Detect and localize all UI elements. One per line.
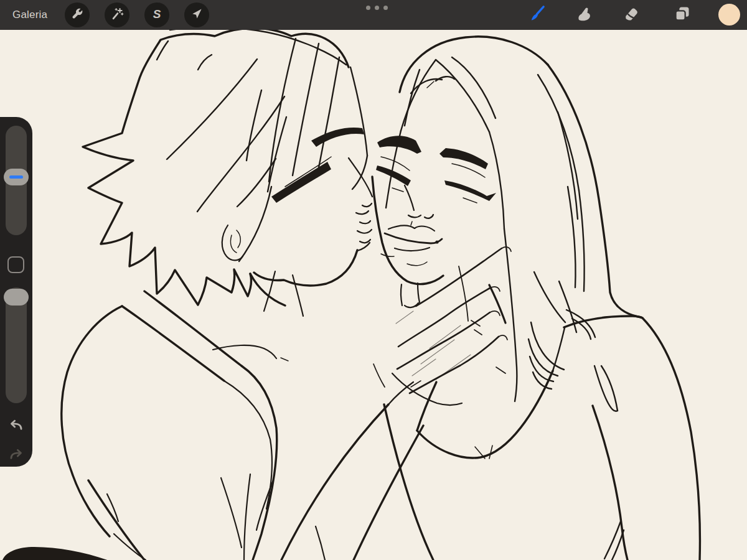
selection-button[interactable]: S — [144, 2, 169, 27]
selection-s-icon: S — [153, 7, 161, 21]
modify-button[interactable] — [7, 256, 24, 273]
canvas-menu-button[interactable] — [365, 4, 389, 11]
wrench-icon — [70, 7, 84, 23]
undo-arrow-icon — [7, 426, 25, 436]
brush-size-indicator — [9, 175, 23, 179]
color-swatch-circle[interactable] — [718, 4, 740, 26]
actions-button[interactable] — [65, 2, 90, 27]
redo-arrow-icon — [7, 455, 25, 465]
paintbrush-icon — [528, 5, 545, 25]
procreate-app: Galeria S — [0, 0, 747, 560]
paint-tool-button[interactable] — [528, 6, 545, 24]
magic-wand-icon — [110, 7, 124, 23]
brush-size-handle[interactable] — [4, 169, 29, 185]
layers-button[interactable] — [674, 6, 691, 24]
adjustments-button[interactable] — [105, 2, 129, 27]
redo-button[interactable] — [7, 446, 25, 464]
ellipsis-icon — [366, 6, 370, 10]
erase-tool-button[interactable] — [622, 6, 640, 24]
brush-sidebar — [0, 117, 32, 467]
gallery-button[interactable]: Galeria — [12, 0, 47, 30]
canvas-background — [0, 0, 747, 560]
smudge-finger-icon — [575, 5, 593, 25]
top-toolbar: Galeria S — [0, 0, 747, 30]
transform-arrow-icon — [190, 7, 204, 23]
undo-button[interactable] — [7, 417, 25, 434]
layers-icon — [674, 5, 691, 25]
transform-button[interactable] — [184, 2, 209, 27]
canvas-artwork[interactable] — [0, 0, 747, 560]
eraser-icon — [622, 5, 640, 25]
opacity-handle[interactable] — [4, 289, 29, 306]
smudge-tool-button[interactable] — [575, 6, 593, 24]
